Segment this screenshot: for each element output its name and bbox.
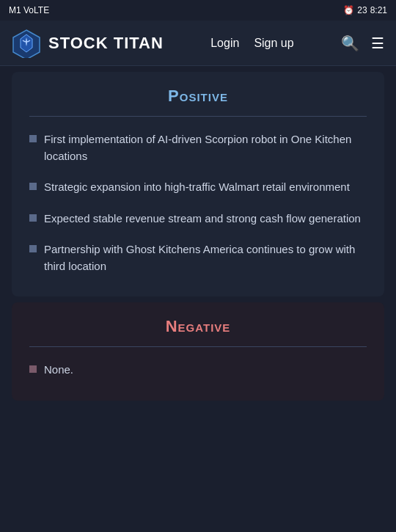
search-button[interactable]: 🔍 xyxy=(341,34,359,52)
positive-section: Positive First implementation of AI-driv… xyxy=(12,72,384,296)
positive-list: First implementation of AI-driven Scorpi… xyxy=(29,131,367,274)
positive-divider xyxy=(29,116,367,117)
bullet-icon xyxy=(29,214,37,222)
navbar: STOCK TITAN Login Sign up 🔍 ☰ xyxy=(0,21,396,66)
list-item-text: None. xyxy=(44,362,73,379)
carrier-text: M1 VoLTE xyxy=(9,5,49,15)
list-item: Expected stable revenue stream and stron… xyxy=(29,211,367,227)
nav-icons: 🔍 ☰ xyxy=(341,34,384,52)
bullet-icon xyxy=(29,365,37,373)
signup-link[interactable]: Sign up xyxy=(254,37,293,50)
battery-text: 23 xyxy=(357,5,367,15)
negative-title: Negative xyxy=(29,317,367,336)
bullet-icon xyxy=(29,135,37,142)
status-right: ⏰ 23 8:21 xyxy=(343,5,387,15)
hamburger-icon: ☰ xyxy=(371,35,384,51)
list-item: Strategic expansion into high-traffic Wa… xyxy=(29,179,367,196)
search-icon: 🔍 xyxy=(341,35,359,51)
bullet-icon xyxy=(29,183,37,190)
logo-area: STOCK TITAN xyxy=(12,29,164,58)
menu-button[interactable]: ☰ xyxy=(371,34,384,52)
login-link[interactable]: Login xyxy=(210,37,239,50)
list-item: None. xyxy=(29,362,367,379)
negative-list: None. xyxy=(29,362,367,379)
alarm-icon: ⏰ xyxy=(343,5,354,15)
status-left: M1 VoLTE xyxy=(9,5,49,15)
main-content: Positive First implementation of AI-driv… xyxy=(0,72,396,401)
list-item: First implementation of AI-driven Scorpi… xyxy=(29,131,367,164)
list-item-text: First implementation of AI-driven Scorpi… xyxy=(44,131,367,164)
bullet-icon xyxy=(29,245,37,252)
negative-section: Negative None. xyxy=(12,302,384,401)
list-item-text: Strategic expansion into high-traffic Wa… xyxy=(44,179,350,196)
list-item-text: Partnership with Ghost Kitchens America … xyxy=(44,241,367,274)
list-item: Partnership with Ghost Kitchens America … xyxy=(29,241,367,274)
nav-links: Login Sign up xyxy=(210,37,293,50)
logo-icon xyxy=(12,29,41,58)
status-bar: M1 VoLTE ⏰ 23 8:21 xyxy=(0,0,396,21)
positive-title: Positive xyxy=(29,87,367,106)
time-text: 8:21 xyxy=(370,5,387,15)
logo-text: STOCK TITAN xyxy=(48,34,164,53)
negative-divider xyxy=(29,346,367,347)
list-item-text: Expected stable revenue stream and stron… xyxy=(44,211,361,227)
